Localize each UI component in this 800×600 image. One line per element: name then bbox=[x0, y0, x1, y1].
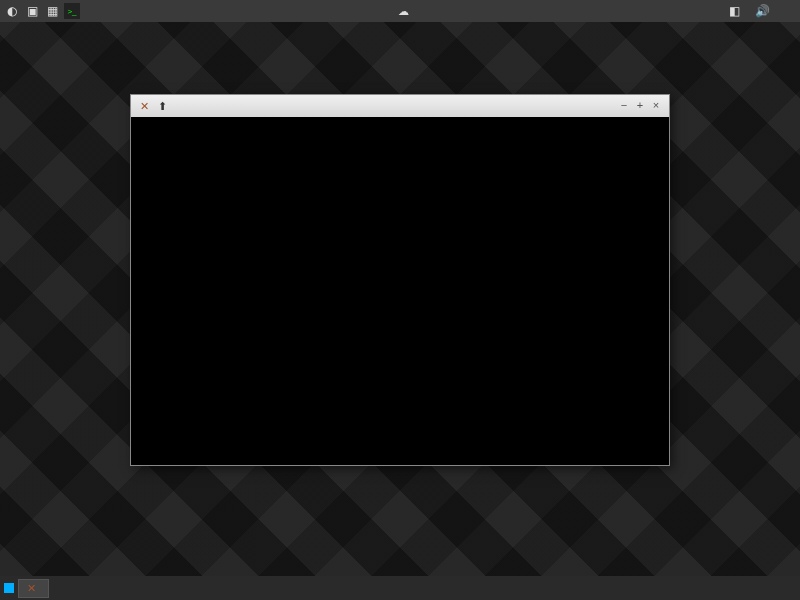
panel-right-tray: ◧ 🔊 bbox=[726, 3, 796, 19]
volume-icon[interactable]: 🔊 bbox=[754, 3, 770, 19]
terminal-window: ✕ ⬆ − + × bbox=[130, 94, 670, 466]
menu-icon[interactable]: ◐ bbox=[4, 3, 20, 19]
terminal-icon[interactable]: >_ bbox=[64, 3, 80, 19]
close-button[interactable]: × bbox=[649, 99, 663, 113]
files-icon[interactable]: ▣ bbox=[24, 3, 40, 19]
window-titlebar[interactable]: ✕ ⬆ − + × bbox=[131, 95, 669, 117]
minimize-button[interactable]: − bbox=[617, 99, 631, 113]
pin-icon[interactable]: ⬆ bbox=[155, 99, 169, 113]
browser-icon[interactable]: ▦ bbox=[44, 3, 60, 19]
panel-clock-area[interactable]: ☁ bbox=[80, 5, 726, 18]
taskbar-app-button[interactable]: ✕ bbox=[18, 579, 49, 598]
task-app-icon: ✕ bbox=[27, 582, 36, 595]
battery-icon[interactable]: ◧ bbox=[726, 3, 742, 19]
terminal-content[interactable] bbox=[131, 117, 669, 465]
top-panel: ◐ ▣ ▦ >_ ☁ ◧ 🔊 bbox=[0, 0, 800, 22]
bottom-panel: ✕ bbox=[0, 576, 800, 600]
app-icon: ✕ bbox=[137, 99, 151, 113]
date-banner bbox=[390, 25, 410, 33]
logout-icon[interactable] bbox=[776, 3, 796, 19]
weather-icon: ☁ bbox=[398, 5, 409, 18]
panel-left-tray: ◐ ▣ ▦ >_ bbox=[4, 3, 80, 19]
workspace-indicator[interactable] bbox=[4, 583, 14, 593]
maximize-button[interactable]: + bbox=[633, 99, 647, 113]
